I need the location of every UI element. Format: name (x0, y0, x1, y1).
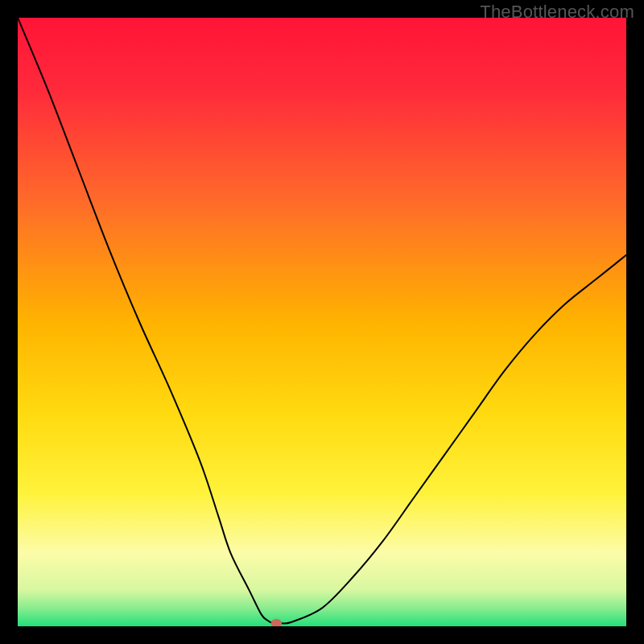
heat-background (18, 18, 626, 626)
watermark-text: TheBottleneck.com (480, 2, 634, 23)
bottleneck-chart (18, 18, 626, 626)
chart-frame: TheBottleneck.com (0, 0, 644, 644)
